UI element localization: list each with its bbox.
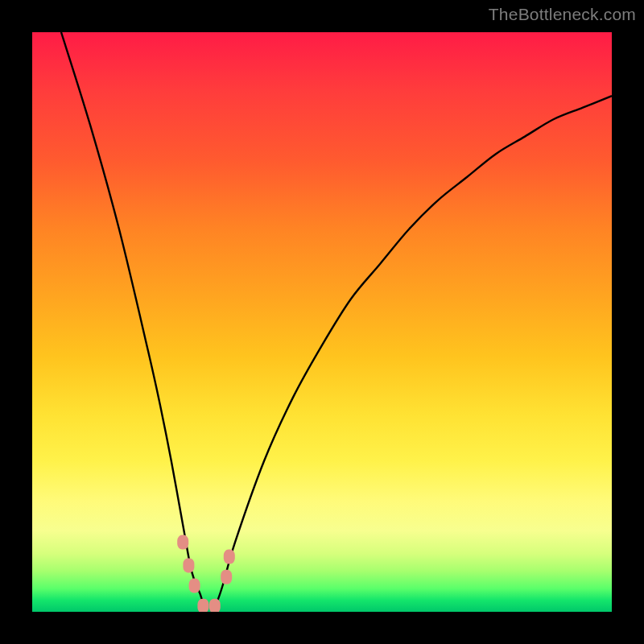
- watermark-text: TheBottleneck.com: [489, 5, 636, 24]
- curve-marker: [183, 558, 194, 572]
- curve-marker: [221, 570, 232, 584]
- curve-marker: [189, 579, 200, 593]
- curve-layer: [32, 32, 612, 612]
- curve-marker: [197, 599, 208, 612]
- curve-marker: [209, 599, 221, 612]
- curve-markers: [177, 535, 235, 612]
- plot-area: [32, 32, 612, 612]
- bottleneck-curve: [61, 32, 612, 612]
- curve-marker: [177, 535, 188, 550]
- curve-marker: [224, 550, 235, 564]
- chart-frame: TheBottleneck.com: [0, 0, 644, 644]
